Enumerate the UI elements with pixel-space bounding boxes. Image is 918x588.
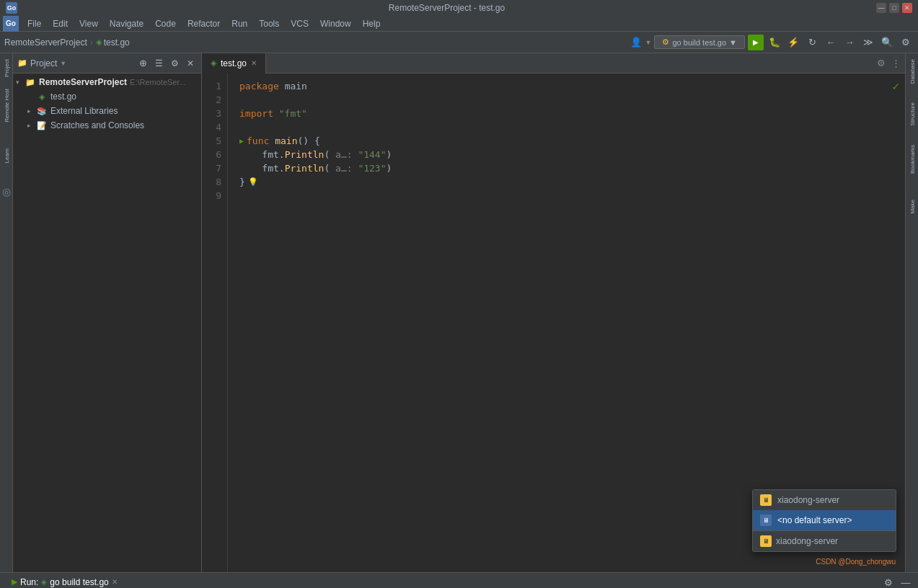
editor-settings-icon[interactable]: ⚙: [877, 58, 886, 68]
bottom-panel: ▶ Run: ◈ go build test.go ✕ ⚙ — ▶ ↺ ⬛ 📌 …: [0, 572, 918, 588]
sidebar-right-bookmarks[interactable]: Bookmarks: [906, 142, 918, 177]
build-label: go build test.go: [672, 38, 726, 47]
line-num-3: 3: [202, 107, 221, 120]
window-controls[interactable]: — □ ✕: [876, 3, 912, 13]
bottom-settings-button[interactable]: ⚙: [882, 576, 895, 589]
sidebar-item-learn[interactable]: Learn: [1, 146, 12, 166]
server-option-xiaodong[interactable]: 🖥 xiaodong-server: [753, 490, 896, 510]
project-collapse-button[interactable]: ☰: [152, 57, 165, 70]
more-toolbar-button[interactable]: ≫: [860, 35, 876, 50]
tree-item-scratches[interactable]: ▸ 📝 Scratches and Consoles: [13, 118, 201, 133]
search-button[interactable]: 🔍: [879, 35, 895, 50]
run-tab-label: Run:: [20, 577, 38, 587]
project-settings-button[interactable]: ⚙: [168, 57, 181, 70]
editor-options-icon[interactable]: ⋮: [891, 58, 901, 68]
line-num-5: 5: [202, 134, 221, 148]
ext-libs-icon: 📚: [36, 105, 48, 117]
user-icon-area: 👤 ▼: [628, 35, 652, 50]
back-button[interactable]: ←: [823, 35, 839, 50]
scratches-icon: 📝: [36, 120, 48, 131]
menu-file[interactable]: File: [22, 17, 47, 30]
breadcrumb-project[interactable]: RemoteServerProject: [4, 37, 87, 48]
sidebar-item-project[interactable]: Project: [1, 56, 12, 80]
titlebar: Go RemoteServerProject - test.go — □ ✕: [0, 0, 918, 16]
menu-refactor[interactable]: Refactor: [182, 17, 226, 30]
menu-help[interactable]: Help: [357, 17, 387, 30]
right-sidebar: Database Structure Bookmarks Make: [905, 53, 918, 572]
line-num-1: 1: [202, 79, 221, 93]
sidebar-right-make[interactable]: Make: [906, 197, 918, 217]
sidebar-right-database[interactable]: Database: [906, 56, 918, 86]
close-button[interactable]: ✕: [902, 3, 912, 13]
window-title: RemoteServerProject - test.go: [17, 3, 876, 13]
menu-tools[interactable]: Tools: [253, 17, 285, 30]
project-scope-button[interactable]: ⊕: [136, 57, 149, 70]
menu-window[interactable]: Window: [314, 17, 357, 30]
sidebar-right-structure[interactable]: Structure: [906, 99, 918, 128]
minimize-button[interactable]: —: [876, 3, 886, 13]
run-tab[interactable]: ▶ Run: ◈ go build test.go ✕: [6, 576, 123, 589]
menu-view[interactable]: View: [74, 17, 104, 30]
code-line-2: [239, 93, 893, 107]
bottom-minimize-button[interactable]: —: [899, 576, 912, 589]
build-icon: ⚙: [662, 37, 669, 47]
breadcrumb: RemoteServerProject › ◈ test.go: [4, 37, 130, 48]
server-icon-1: 🖥: [760, 494, 772, 506]
menu-edit[interactable]: Edit: [47, 17, 74, 30]
titlebar-left: Go: [6, 2, 17, 14]
line-numbers: 1 2 3 4 5 6 7 8 9: [202, 74, 228, 572]
bottom-toolbar: ▶ Run: ◈ go build test.go ✕ ⚙ —: [0, 573, 918, 588]
left-sidebar: Project Remote Host Learn ◎: [0, 53, 13, 572]
run-tab-close[interactable]: ✕: [112, 578, 118, 586]
server-icon-2: 🖥: [760, 514, 772, 526]
scratches-name: Scratches and Consoles: [50, 120, 144, 130]
code-line-6: fmt.Println( a…: "144"): [239, 148, 893, 161]
menu-vcs[interactable]: VCS: [285, 17, 314, 30]
server-option-no-default[interactable]: 🖥 <no default server>: [753, 510, 896, 530]
server-name-2: <no default server>: [777, 515, 852, 525]
server-name-1: xiaodong-server: [777, 495, 839, 505]
server-bottom-item[interactable]: 🖥 xiaodong-server: [753, 530, 896, 551]
testgo-name: test.go: [50, 92, 76, 102]
line-num-7: 7: [202, 161, 221, 175]
sidebar-item-location[interactable]: ◎: [1, 186, 12, 197]
ext-libs-name: External Libraries: [50, 106, 118, 116]
refresh-button[interactable]: ↻: [804, 35, 820, 50]
tree-item-testgo[interactable]: ◈ test.go: [13, 89, 201, 104]
run-tab-file: ◈ go build test.go: [41, 577, 108, 587]
editor-tab-testgo[interactable]: ◈ test.go ✕: [202, 53, 266, 74]
folder-icon: 📁: [17, 58, 27, 68]
code-line-7: fmt.Println( a…: "123"): [239, 161, 893, 175]
project-root-path: E:\RemoteSer...: [130, 78, 186, 86]
app-logo: Go: [6, 2, 17, 14]
run-file-label: go build test.go: [50, 577, 108, 587]
tree-item-external-libs[interactable]: ▸ 📚 External Libraries: [13, 104, 201, 118]
checkmark-icon: ✓: [892, 79, 899, 93]
forward-button[interactable]: →: [842, 35, 857, 50]
tree-item-root[interactable]: ▾ 📁 RemoteServerProject E:\RemoteSer...: [13, 75, 201, 89]
server-popup: 🖥 xiaodong-server 🖥 <no default server> …: [752, 489, 896, 552]
project-root-name: RemoteServerProject: [39, 77, 127, 87]
coverage-button[interactable]: ⚡: [785, 35, 801, 50]
code-line-5: ▶func main() {: [239, 134, 893, 148]
build-config-button[interactable]: ⚙ go build test.go ▼: [654, 35, 745, 49]
menu-run[interactable]: Run: [226, 17, 253, 30]
tab-close-button[interactable]: ✕: [251, 59, 257, 67]
line-num-8: 8: [202, 175, 221, 189]
code-line-8: }💡: [239, 175, 893, 189]
run-button[interactable]: ▶: [748, 35, 764, 50]
line-num-9: 9: [202, 189, 221, 202]
user-button[interactable]: 👤: [628, 35, 644, 50]
menu-navigate[interactable]: Navigate: [104, 17, 149, 30]
project-panel-title: Project: [30, 58, 57, 68]
code-line-4: [239, 120, 893, 134]
breadcrumb-separator: ›: [90, 37, 93, 48]
menu-code[interactable]: Code: [149, 17, 182, 30]
maximize-button[interactable]: □: [889, 3, 899, 13]
server-bottom-name: xiaodong-server: [776, 536, 838, 546]
debug-button[interactable]: 🐛: [767, 35, 782, 50]
project-panel-close[interactable]: ✕: [184, 57, 197, 70]
project-dropdown-arrow[interactable]: ▼: [60, 60, 66, 67]
sidebar-item-remote-host[interactable]: Remote Host: [1, 86, 12, 125]
settings-toolbar-button[interactable]: ⚙: [898, 35, 914, 50]
